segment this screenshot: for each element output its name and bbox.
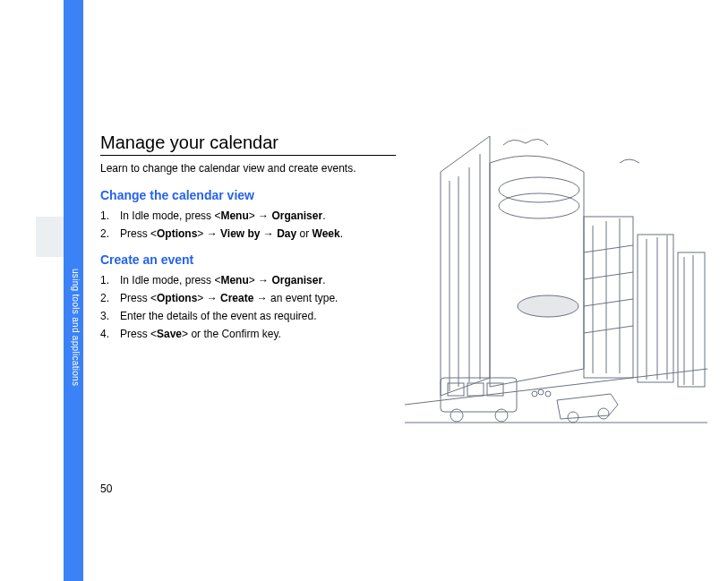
page-title: Manage your calendar xyxy=(100,132,396,156)
svg-point-8 xyxy=(518,295,578,317)
svg-point-34 xyxy=(545,391,551,397)
svg-line-15 xyxy=(584,299,633,306)
manual-page: using tools and applications Manage your… xyxy=(0,0,728,581)
svg-rect-21 xyxy=(678,252,705,387)
svg-line-16 xyxy=(584,326,633,333)
svg-point-33 xyxy=(538,389,544,395)
section-tab-label: using tools and applications xyxy=(66,269,81,394)
page-number: 50 xyxy=(100,483,112,495)
svg-point-6 xyxy=(499,177,579,202)
svg-point-7 xyxy=(499,193,579,218)
step-number: 2. xyxy=(100,290,113,306)
cityscape-illustration xyxy=(405,136,707,440)
step-number: 1. xyxy=(100,208,113,224)
list-item: 1. In Idle mode, press <Menu> → Organise… xyxy=(100,208,396,224)
svg-rect-25 xyxy=(448,383,464,396)
step-text: Enter the details of the event as requir… xyxy=(120,308,316,324)
list-item: 1. In Idle mode, press <Menu> → Organise… xyxy=(100,272,396,288)
svg-point-30 xyxy=(568,412,578,423)
svg-point-29 xyxy=(495,409,508,422)
margin-indent-block xyxy=(36,217,64,257)
steps-change-view: 1. In Idle mode, press <Menu> → Organise… xyxy=(100,208,396,242)
step-text: In Idle mode, press <Menu> → Organiser. xyxy=(120,208,325,224)
svg-rect-9 xyxy=(584,217,633,378)
heading-create-event: Create an event xyxy=(100,252,396,267)
step-text: Press <Options> → View by → Day or Week. xyxy=(120,226,343,242)
list-item: 2. Press <Options> → Create → an event t… xyxy=(100,290,396,306)
svg-line-14 xyxy=(584,272,633,279)
step-number: 3. xyxy=(100,308,113,324)
svg-rect-17 xyxy=(638,235,673,382)
step-text: Press <Options> → Create → an event type… xyxy=(120,290,338,306)
svg-line-13 xyxy=(584,245,633,252)
step-number: 4. xyxy=(100,326,113,342)
step-number: 2. xyxy=(100,226,113,242)
page-body: Manage your calendar Learn to change the… xyxy=(100,132,396,353)
step-text: In Idle mode, press <Menu> → Organiser. xyxy=(120,272,325,288)
list-item: 3. Enter the details of the event as req… xyxy=(100,308,396,324)
list-item: 4. Press <Save> or the Confirm key. xyxy=(100,326,396,342)
svg-point-32 xyxy=(532,391,537,397)
list-item: 2. Press <Options> → View by → Day or We… xyxy=(100,226,396,242)
page-intro: Learn to change the calendar view and cr… xyxy=(100,161,396,175)
step-text: Press <Save> or the Confirm key. xyxy=(120,326,281,342)
steps-create-event: 1. In Idle mode, press <Menu> → Organise… xyxy=(100,272,396,342)
heading-change-view: Change the calendar view xyxy=(100,188,396,202)
step-number: 1. xyxy=(100,272,113,288)
svg-point-31 xyxy=(598,408,609,419)
svg-point-28 xyxy=(450,409,463,422)
